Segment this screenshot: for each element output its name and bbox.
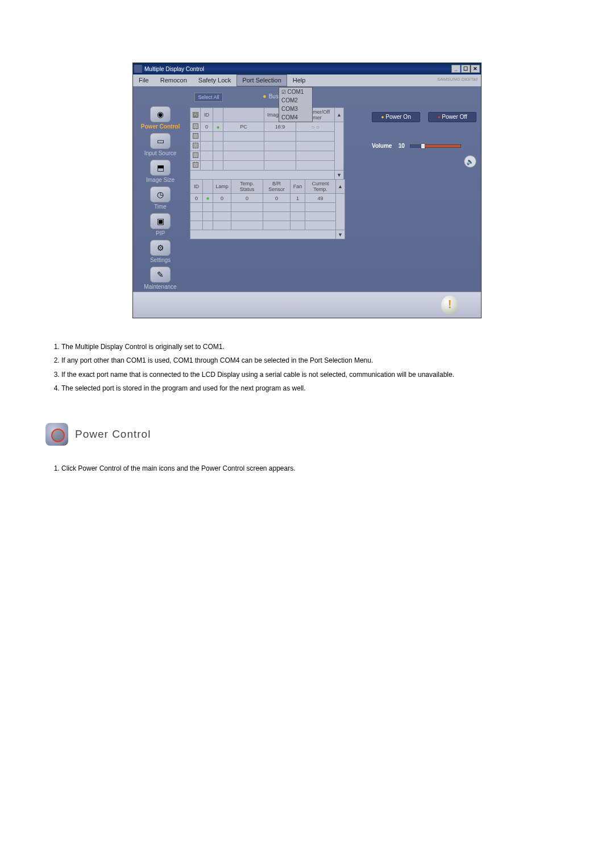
table-row[interactable]: 0 0 0 0 1 49 (190, 194, 345, 203)
warning-icon: ! (441, 296, 458, 315)
sidebar-item-power-control[interactable]: ◉ Power Control (133, 106, 188, 130)
doc-item: The Multiple Display Control is original… (61, 341, 569, 352)
input-source-icon: ▭ (150, 133, 171, 149)
scrollbar2-top[interactable]: ▲ (336, 180, 345, 194)
status-table: ID Lamp Temp. Status B/R Sensor Fan Curr… (190, 179, 345, 239)
col-check[interactable]: ☑ (190, 108, 201, 122)
section-header: Power Control (45, 423, 569, 446)
col-id: ID (201, 108, 213, 122)
table-row[interactable]: 0 PC 16:9 (190, 122, 344, 132)
doc-list-1: The Multiple Display Control is original… (45, 341, 569, 394)
menu-file[interactable]: File (133, 74, 155, 86)
window-title: Multiple Display Control (144, 66, 204, 72)
scrollbar-bottom[interactable]: ▼ (335, 171, 344, 180)
select-all-button[interactable]: Select All (194, 93, 223, 102)
time-icon: ◷ (150, 186, 171, 202)
section-title: Power Control (75, 428, 151, 441)
scrollbar-top[interactable]: ▲ (335, 108, 344, 122)
col2-br: B/R Sensor (263, 180, 291, 194)
scrollbar2-bottom[interactable]: ▼ (336, 230, 345, 239)
status-dot (213, 122, 223, 132)
col-status (213, 108, 223, 122)
col2-cur: Current Temp. (305, 180, 336, 194)
close-button[interactable]: ✕ (471, 65, 480, 73)
scrollbar-track[interactable] (335, 122, 344, 171)
sidebar-item-settings[interactable]: ⚙ Settings (133, 240, 188, 263)
app-window: Multiple Display Control _ ☐ ✕ File Remo… (132, 63, 482, 318)
app-icon (134, 65, 142, 73)
port-option-com1[interactable]: COM1 (279, 88, 312, 96)
doc-list-2: Click Power Control of the main icons an… (45, 463, 569, 474)
port-option-com2[interactable]: COM2 (279, 96, 312, 105)
sidebar-item-maintenance[interactable]: ✎ Maintenance (133, 267, 188, 290)
col2-id: ID (190, 180, 203, 194)
menu-port-selection[interactable]: Port Selection (237, 74, 287, 86)
scrollbar2-track[interactable] (336, 194, 345, 230)
sidebar-item-image-size[interactable]: ⬒ Image Size (133, 160, 188, 183)
menu-safety-lock[interactable]: Safety Lock (193, 74, 237, 86)
menu-help[interactable]: Help (287, 74, 312, 86)
port-dropdown: COM1 COM2 COM3 COM4 (279, 87, 313, 122)
pip-icon: ▣ (150, 213, 171, 229)
brand-logo: SAMSUNG DIGITall (434, 74, 481, 86)
sidebar-item-pip[interactable]: ▣ PIP (133, 213, 188, 236)
maintenance-icon: ✎ (150, 267, 171, 283)
minimize-button[interactable]: _ (451, 65, 460, 73)
sidebar: ◉ Power Control ▭ Input Source ⬒ Image S… (133, 87, 188, 292)
power-control-icon: ◉ (150, 106, 171, 122)
menu-remocon[interactable]: Remocon (155, 74, 193, 86)
display-table: ☑ ID Image Size On Timer/Off Timer ▲ 0 P… (190, 107, 344, 180)
doc-item: The selected port is stored in the progr… (61, 383, 569, 394)
port-option-com4[interactable]: COM4 (279, 113, 312, 122)
volume-control: Volume 10 (372, 142, 476, 149)
col2-lamp: Lamp (213, 180, 231, 194)
volume-slider[interactable] (410, 144, 461, 148)
doc-item: If any port other than COM1 is used, COM… (61, 355, 569, 366)
maximize-button[interactable]: ☐ (461, 65, 470, 73)
power-off-button[interactable]: Power Off (428, 112, 476, 122)
doc-item: Click Power Control of the main icons an… (61, 463, 569, 474)
col2-stat (203, 180, 213, 194)
col2-fan: Fan (291, 180, 305, 194)
power-on-button[interactable]: Power On (372, 112, 420, 122)
status-dot (203, 194, 213, 203)
sidebar-item-time[interactable]: ◷ Time (133, 186, 188, 210)
power-panel: Power On Power Off Volume 10 🔈 (367, 87, 481, 292)
titlebar: Multiple Display Control _ ☐ ✕ (133, 63, 481, 74)
slider-thumb[interactable] (421, 143, 425, 149)
doc-item: If the exact port name that is connected… (61, 369, 569, 380)
col2-temp: Temp. Status (231, 180, 263, 194)
port-option-com3[interactable]: COM3 (279, 105, 312, 113)
status-bar: ! (133, 292, 481, 318)
settings-icon: ⚙ (150, 240, 171, 256)
col-source (223, 108, 264, 122)
speaker-icon[interactable]: 🔈 (464, 155, 476, 168)
power-control-section-icon (45, 423, 68, 446)
main-panel: Select All Busy ☑ ID Image Size On Timer… (188, 87, 367, 292)
row-checkbox[interactable] (193, 123, 198, 129)
image-size-icon: ⬒ (150, 160, 171, 176)
sidebar-item-input-source[interactable]: ▭ Input Source (133, 133, 188, 156)
menubar: File Remocon Safety Lock Port Selection … (133, 74, 481, 87)
